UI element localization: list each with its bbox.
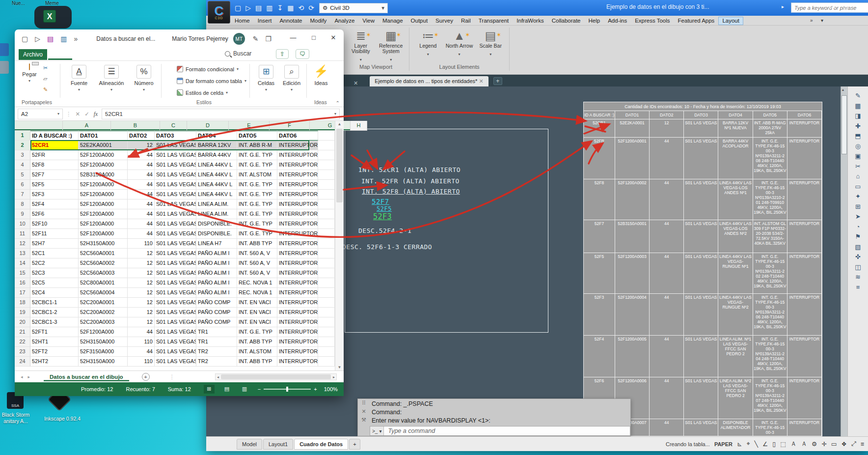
statusbar-icon[interactable]: Ａ [801,440,807,448]
row-number[interactable]: 14 [15,258,30,268]
saveas-icon[interactable]: ▥ [60,35,67,43]
acad-minimize-button[interactable]: — [826,2,838,12]
fx-icon[interactable]: fx [94,111,98,117]
row-number[interactable]: 4 [15,160,30,170]
row-number[interactable]: 18 [15,298,30,308]
sheet-row[interactable]: 4 52F8 52F1200A000 44 S01 LAS VEGAS LINE… [15,160,335,170]
qat-icon[interactable]: ▤ [255,4,262,12]
black-storm-label2[interactable]: anitary A... [0,418,34,424]
new-doc-icon[interactable]: ▢ [22,35,28,43]
acad-ribbon-tab[interactable]: Home [231,17,254,25]
zoom-level[interactable]: 100% [324,386,338,392]
conditional-format-button[interactable]: Formato condicional▾ [177,66,239,72]
collapse-ribbon-icon[interactable]: ⌃ [336,100,340,106]
repeated-item[interactable]: B [111,121,160,130]
tab-cuadro-de-datos[interactable]: Cuadro de Datos [294,439,348,450]
horizontal-scrollbar[interactable]: ◂▸ [215,373,337,380]
qat-icon[interactable]: ⟲ [298,4,304,12]
sheet-row[interactable]: 19 52CBC1-2 52C200A0002 12 S01 LAS VEGAS… [15,308,335,317]
repeated-item[interactable]: H [351,121,367,130]
qat-icon[interactable]: ▥ [266,4,272,12]
statusbar-icon[interactable]: ❖ [841,440,846,448]
open-icon[interactable]: ▷ [35,35,40,43]
acad-ribbon-tab[interactable]: Insert [254,17,276,25]
drawing-tab-active[interactable]: Ejemplo de datos en ... tipos de entidad… [370,76,488,86]
row-number[interactable]: 13 [15,249,30,258]
acad-ribbon-tab[interactable]: Analyze [330,17,358,25]
qat-icon[interactable]: ⟳ [308,4,314,12]
qat-icon[interactable]: ▷ [245,4,251,12]
acad-ribbon-tab[interactable]: Manage [379,17,407,25]
repeated-item[interactable]: A [63,121,111,130]
repeated-item[interactable]: Insertar [73,49,102,60]
drag-handle-icon[interactable]: ⠿ [362,400,366,406]
desktop-icon-label[interactable]: Nue... [12,0,25,6]
row-number[interactable]: 19 [15,308,30,317]
qat-icon[interactable]: ↧ [277,4,283,12]
name-box[interactable]: A2▾ [18,109,63,119]
acad-ribbon-tab[interactable]: Express Tools [631,17,674,25]
acad-ribbon-tab[interactable]: InfraWorks [513,17,547,25]
excel-minimize-button[interactable]: — [286,34,300,41]
palette-tool-icon[interactable]: ⚑ [855,233,861,240]
acad-ribbon-tab[interactable]: Output [407,17,432,25]
cells-group-button[interactable]: ⊞ Celdas▾ [253,65,279,92]
ribbon-tool-button[interactable]: ▤✶ Scale Bar ▾ [476,28,505,57]
command-line-window[interactable]: ⠿ ✕ ⚒ Command: _.PSPACE Command: Enter n… [357,398,631,436]
cell-styles-button[interactable]: Estilos de celda▾ [177,89,228,96]
sheet-row[interactable]: 6 52F5 52F1200A000 44 S01 LAS VEGAS LINE… [15,180,335,190]
sheet-row[interactable]: 9 52F6 52F1200A000 44 S01 LAS VEGAS LINE… [15,209,335,219]
zoom-slider[interactable] [264,389,311,390]
row-number[interactable]: 8 [15,199,30,209]
palette-tool-icon[interactable]: ➤ [855,213,861,220]
repeated-item[interactable]: Ayuda [252,49,277,60]
excel-search[interactable]: Buscar [225,50,251,57]
statusbar-icon[interactable]: ▭ [831,440,837,448]
desktop-shortcut-icon[interactable] [0,43,9,56]
select-all-corner[interactable] [15,121,63,130]
statusbar-icon[interactable]: ╲ [755,440,759,448]
repeated-item[interactable]: Archivo [19,49,47,60]
panel-caption[interactable]: Map Viewport [343,64,409,70]
statusbar-icon[interactable]: ▯ [772,440,776,448]
statusbar-icon[interactable]: ⊾ [737,440,742,448]
palette-tool-icon[interactable]: ▣ [855,153,861,160]
sheet-row[interactable]: 14 52C2 52C560A0002 12 S01 LAS VEGAS PAÑ… [15,258,335,268]
palette-tool-icon[interactable]: ⬒ [855,133,861,140]
page-break-view-icon[interactable]: ▥ [239,385,250,394]
palette-tool-icon[interactable]: ◔ [856,224,860,230]
repeated-item[interactable]: D [187,121,229,130]
row-number[interactable]: 24 [15,357,30,367]
workspace-selector[interactable]: ⚙ Civil 3D ▾ [319,3,388,13]
sheet-row[interactable]: 10 52F10 52F1200A000 44 S01 LAS VEGAS DI… [15,219,335,229]
comments-button[interactable]: 🗨 [296,49,309,59]
palette-tool-icon[interactable]: ◎ [855,143,861,150]
cancel-icon[interactable]: ✕ [76,111,81,117]
tab-layout1[interactable]: Layout1 [263,439,293,450]
repeated-item[interactable]: Disposició [103,49,139,60]
repeated-item[interactable]: G [310,121,351,130]
ribbon-overflow-icon[interactable]: » [810,18,813,23]
repeated-item[interactable]: E [229,121,270,130]
qat-icon[interactable]: ▦ [287,4,294,12]
command-input[interactable]: >_▾ Type a command [370,426,630,436]
row-number[interactable]: 10 [15,219,30,229]
row-number[interactable]: 9 [15,209,30,219]
sheet-tab-active[interactable]: Datos a buscar en el dibujo [44,372,129,381]
statusbar-icon[interactable]: ⬚ [780,440,786,448]
zoom-in-icon[interactable]: + [314,386,317,392]
row-number[interactable]: 2 [15,141,30,150]
sheet-row[interactable]: 22 52HT1 52H3150A000 110 S01 LAS VEGAS T… [15,337,335,347]
palette-tool-icon[interactable]: ✎ [855,92,861,99]
sheet-nav-left-icon[interactable]: ◂ [21,374,23,379]
ribbon-tool-button[interactable]: ≣✶ Layer Visibility ▾ [347,28,375,63]
sheet-row[interactable]: 21 52FT1 52F1200A000 44 S01 LAS VEGAS TR… [15,327,335,337]
palette-tool-icon[interactable]: ✦ [855,193,861,200]
acad-ribbon-tab[interactable]: Rail [457,17,475,25]
title-arrow-icon[interactable]: ▸ [782,4,784,9]
acad-maximize-button[interactable]: □ [840,2,851,12]
row-number[interactable]: 22 [15,337,30,347]
vertical-scrollbar[interactable]: ▲▼ [335,121,344,370]
tab-close-icon[interactable]: ✕ [353,80,358,86]
formula-input[interactable]: 52CR1▾ [102,109,340,119]
